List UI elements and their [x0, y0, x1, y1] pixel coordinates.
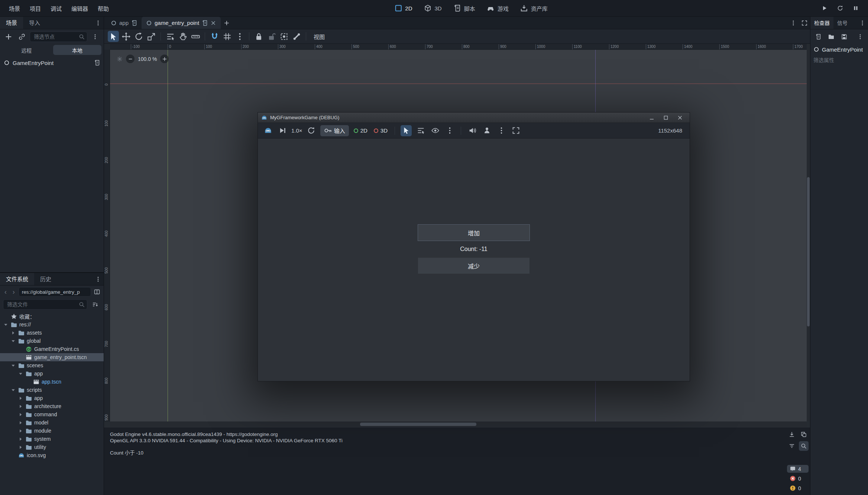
- fs-item[interactable]: game_entry_point.tscn: [0, 353, 104, 361]
- fs-item[interactable]: app: [0, 394, 104, 402]
- fs-item[interactable]: architecture: [0, 402, 104, 410]
- unlock-tool-button[interactable]: [266, 31, 277, 42]
- scene-tab-list-button[interactable]: [788, 17, 799, 29]
- chevron-down-icon[interactable]: [10, 363, 16, 368]
- scrollbar-thumb[interactable]: [807, 177, 810, 326]
- chevron-right-icon[interactable]: [18, 436, 23, 442]
- zoom-level[interactable]: 100.0 %: [138, 56, 157, 62]
- menubar-menu[interactable]: 项目: [25, 2, 45, 15]
- grid-tool-button[interactable]: [221, 31, 233, 42]
- chevron-right-icon[interactable]: [18, 428, 23, 434]
- chevron-down-icon[interactable]: [10, 387, 16, 393]
- debug-options-button[interactable]: [496, 125, 507, 136]
- fs-item[interactable]: app.tscn: [0, 378, 104, 386]
- camera-2d-toggle[interactable]: 2D: [352, 127, 369, 134]
- pick-options-button[interactable]: [444, 125, 455, 136]
- scene-dock-menu-button[interactable]: [93, 17, 104, 29]
- fs-item[interactable]: global: [0, 337, 104, 345]
- fs-item[interactable]: scenes: [0, 361, 104, 369]
- vertical-scrollbar[interactable]: [807, 50, 810, 421]
- save-output-button[interactable]: [787, 430, 797, 439]
- menubar-menu[interactable]: 帮助: [93, 2, 113, 15]
- instance-scene-button[interactable]: [16, 31, 27, 42]
- horizontal-scrollbar[interactable]: [110, 421, 807, 427]
- decrease-button[interactable]: 减少: [418, 258, 529, 274]
- run-pause-button[interactable]: [850, 3, 861, 14]
- path-input[interactable]: [19, 287, 91, 297]
- scene-tab-game_entry_point[interactable]: game_entry_point: [142, 17, 221, 29]
- ruler-tool-button[interactable]: [190, 31, 201, 42]
- warnings-badge[interactable]: 0: [787, 484, 809, 492]
- filesystem-menu-button[interactable]: [93, 273, 104, 285]
- copy-output-button[interactable]: [799, 430, 809, 439]
- next-frame-button[interactable]: [277, 125, 288, 136]
- script-icon[interactable]: [94, 60, 100, 66]
- inspector-menu-button[interactable]: [857, 17, 868, 29]
- chevron-right-icon[interactable]: [18, 444, 23, 450]
- scene-dock-tab[interactable]: 场景: [0, 17, 23, 29]
- filesystem-tab[interactable]: 文件系统: [0, 273, 34, 285]
- fs-item[interactable]: icon.svg: [0, 451, 104, 459]
- scale-tool-button[interactable]: [146, 31, 157, 42]
- filesystem-tab[interactable]: 历史: [34, 273, 57, 285]
- chevron-down-icon[interactable]: [3, 322, 9, 328]
- list-select-tool-button[interactable]: [165, 31, 176, 42]
- pick-node-button[interactable]: [401, 125, 412, 136]
- speed-value[interactable]: 1.0×: [291, 127, 302, 134]
- run-play-button[interactable]: [819, 3, 830, 14]
- workspace-资产库[interactable]: 资产库: [516, 2, 552, 14]
- fs-item[interactable]: assets: [0, 329, 104, 337]
- view-menu-button[interactable]: 视图: [310, 31, 328, 42]
- input-mode-button[interactable]: 输入: [320, 125, 349, 136]
- horizontal-ruler[interactable]: -100010020030040050060070080090010001100…: [110, 44, 807, 50]
- center-view-icon[interactable]: [117, 56, 123, 62]
- fs-item[interactable]: command: [0, 410, 104, 419]
- fs-item[interactable]: utility: [0, 443, 104, 451]
- new-scene-tab-button[interactable]: [221, 17, 233, 29]
- inspector-extra-menu-button[interactable]: [855, 31, 865, 42]
- workspace-3D[interactable]: 3D: [420, 2, 446, 14]
- close-icon[interactable]: [210, 20, 216, 26]
- pan-tool-button[interactable]: [177, 31, 188, 42]
- filter-files-input[interactable]: [3, 299, 87, 310]
- split-view-button[interactable]: [93, 286, 101, 297]
- magnet-tool-button[interactable]: [209, 31, 220, 42]
- fs-item[interactable]: scripts: [0, 386, 104, 394]
- scene-tree-root-node[interactable]: GameEntryPoint: [0, 58, 104, 68]
- fs-item[interactable]: res://: [0, 320, 104, 329]
- bone-tool-button[interactable]: [291, 31, 302, 42]
- workspace-游戏[interactable]: 游戏: [483, 2, 513, 14]
- lock-tool-button[interactable]: [253, 31, 264, 42]
- inspector-tab[interactable]: 检查器: [810, 17, 833, 29]
- scene-tree-menu-button[interactable]: [90, 31, 101, 42]
- errors-badge[interactable]: 0: [787, 475, 809, 482]
- chevron-down-icon[interactable]: [10, 338, 16, 344]
- remote-button[interactable]: 远程: [2, 45, 51, 55]
- fs-item[interactable]: model: [0, 419, 104, 427]
- visibility-button[interactable]: [430, 125, 441, 136]
- minimize-button[interactable]: [645, 113, 658, 122]
- debug-session-button[interactable]: [262, 125, 273, 136]
- chevron-right-icon[interactable]: [18, 412, 23, 417]
- sort-files-button[interactable]: [90, 299, 101, 310]
- maximize-button[interactable]: [660, 113, 672, 122]
- expand-viewport-button[interactable]: [799, 17, 810, 29]
- increase-button[interactable]: 增加: [418, 225, 529, 241]
- audio-mute-button[interactable]: [467, 125, 478, 136]
- chevron-right-icon[interactable]: [18, 420, 23, 426]
- rotate-tool-button[interactable]: [133, 31, 144, 42]
- fs-item[interactable]: app: [0, 369, 104, 378]
- vertical-ruler[interactable]: 0100200300400500600700800900: [104, 50, 110, 421]
- save-resource-button[interactable]: [839, 31, 849, 42]
- dots-tool-button[interactable]: [234, 31, 245, 42]
- chevron-down-icon[interactable]: [18, 371, 23, 377]
- search-output-button[interactable]: [799, 441, 809, 451]
- reset-speed-button[interactable]: [306, 125, 317, 136]
- menubar-menu[interactable]: 场景: [4, 2, 25, 15]
- scene-dock-tab[interactable]: 导入: [23, 17, 46, 29]
- filter-properties-input[interactable]: [813, 57, 865, 63]
- chevron-right-icon[interactable]: [18, 395, 23, 401]
- menubar-menu[interactable]: 调试: [46, 2, 66, 15]
- back-button[interactable]: ‹: [2, 288, 9, 296]
- inspected-node-row[interactable]: GameEntryPoint: [810, 44, 868, 55]
